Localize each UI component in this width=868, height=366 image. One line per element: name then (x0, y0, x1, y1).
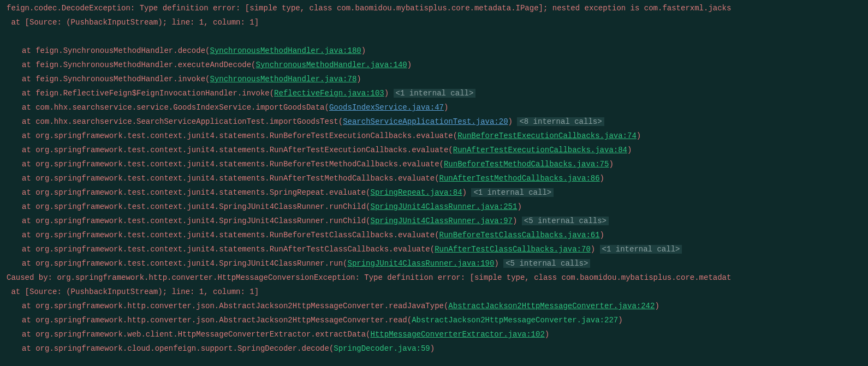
source-link[interactable]: ReflectiveFeign.java:103 (274, 89, 384, 98)
at-keyword: at (22, 174, 35, 183)
source-link[interactable]: SpringJUnit4ClassRunner.java:97 (371, 217, 513, 225)
internal-calls-badge[interactable]: <1 internal call> (471, 188, 554, 197)
close-paren: ) (494, 259, 498, 268)
at-keyword: at (22, 231, 35, 239)
internal-calls-badge[interactable]: <5 internal calls> (522, 217, 609, 225)
frame-content: at org.springframework.test.context.juni… (7, 131, 641, 140)
internal-calls-badge[interactable]: <5 internal calls> (503, 259, 590, 268)
at-keyword: at (22, 103, 35, 112)
at-keyword: at (22, 61, 35, 69)
source-link[interactable]: SearchServiceApplicationTest.java:20 (343, 117, 508, 126)
frame-content: at org.springframework.web.client.HttpMe… (7, 330, 549, 339)
exception-text: feign.codec.DecodeException: Type defini… (7, 4, 731, 13)
close-paren: ) (600, 231, 604, 239)
exception-line-2: at [Source: (PushbackInputStream); line:… (0, 15, 868, 29)
source-link[interactable]: RunBeforeTestClassCallbacks.java:61 (439, 231, 600, 239)
source-link[interactable]: SynchronousMethodHandler.java:140 (255, 61, 407, 69)
frame-method: org.springframework.http.converter.json.… (35, 302, 448, 310)
internal-calls-badge[interactable]: <1 internal call> (600, 245, 682, 254)
frame-content: at org.springframework.test.context.juni… (7, 160, 614, 169)
close-paren: ) (618, 316, 622, 325)
frame-content: at feign.SynchronousMethodHandler.execut… (7, 61, 412, 69)
at-keyword: at (22, 344, 35, 353)
stack-frame-line: at feign.SynchronousMethodHandler.invoke… (0, 72, 868, 86)
frame-method: org.springframework.test.context.junit4.… (35, 160, 444, 169)
at-keyword: at (22, 217, 35, 225)
at-keyword: at (22, 259, 35, 268)
source-link[interactable]: SpringRepeat.java:84 (371, 188, 462, 197)
caused-by-source: at [Source: (PushbackInputStream); line:… (7, 287, 259, 296)
internal-calls-badge[interactable]: <1 internal call> (394, 89, 476, 98)
exception-source: at [Source: (PushbackInputStream); line:… (7, 18, 259, 27)
frame-content: at com.hhx.searchservice.service.GoodsIn… (7, 103, 448, 112)
source-link[interactable]: RunBeforeTestExecutionCallbacks.java:74 (457, 131, 637, 140)
stack-frames: at feign.SynchronousMethodHandler.decode… (0, 44, 868, 271)
frame-method: org.springframework.test.context.junit4.… (35, 146, 453, 154)
caused-by-text: Caused by: org.springframework.http.conv… (7, 273, 731, 282)
frame-method: org.springframework.test.context.junit4.… (35, 174, 439, 183)
frame-method: com.hhx.searchservice.service.GoodsIndex… (35, 103, 329, 112)
source-link[interactable]: SynchronousMethodHandler.java:78 (210, 75, 356, 83)
source-link[interactable]: RunAfterTestClassCallbacks.java:70 (435, 245, 591, 254)
at-keyword: at (22, 117, 35, 126)
at-keyword: at (22, 75, 35, 83)
source-link[interactable]: GoodsIndexService.java:47 (329, 103, 444, 112)
stack-frame-line: at org.springframework.test.context.juni… (0, 242, 868, 256)
stack-frame-line: at com.hhx.searchservice.SearchServiceAp… (0, 115, 868, 129)
frame-content: at org.springframework.test.context.juni… (7, 174, 604, 183)
at-keyword: at (22, 160, 35, 169)
at-keyword: at (22, 330, 35, 339)
frame-content: at feign.ReflectiveFeign$FeignInvocation… (7, 89, 475, 98)
close-paren: ) (361, 46, 366, 55)
source-link[interactable]: HttpMessageConverterExtractor.java:102 (371, 330, 545, 339)
at-keyword: at (22, 46, 35, 55)
source-link[interactable]: AbstractJackson2HttpMessageConverter.jav… (448, 302, 655, 310)
source-link[interactable]: SpringJUnit4ClassRunner.java:190 (348, 259, 495, 268)
stack-frame-line: at com.hhx.searchservice.service.GoodsIn… (0, 100, 868, 115)
source-link[interactable]: RunAfterTestMethodCallbacks.java:86 (439, 174, 600, 183)
frame-content: at org.springframework.test.context.juni… (7, 188, 554, 197)
blank-line (0, 29, 868, 44)
at-keyword: at (22, 302, 35, 310)
at-keyword: at (22, 89, 35, 98)
frame-method: org.springframework.http.converter.json.… (35, 316, 412, 325)
close-paren: ) (430, 344, 435, 353)
stack-frame-line: at org.springframework.test.context.juni… (0, 185, 868, 200)
close-paren: ) (600, 174, 604, 183)
frame-content: at org.springframework.test.context.juni… (7, 217, 609, 225)
frame-content: at com.hhx.searchservice.SearchServiceAp… (7, 117, 604, 126)
close-paren: ) (637, 131, 641, 140)
close-paren: ) (517, 202, 521, 211)
exception-line-1: feign.codec.DecodeException: Type defini… (0, 1, 868, 15)
frame-method: org.springframework.test.context.junit4.… (35, 202, 370, 211)
frame-content: at org.springframework.http.converter.js… (7, 316, 623, 325)
frame-content: at org.springframework.test.context.juni… (7, 202, 522, 211)
close-paren: ) (655, 302, 659, 310)
close-paren: ) (513, 217, 517, 225)
source-link[interactable]: RunBeforeTestMethodCallbacks.java:75 (444, 160, 609, 169)
stack-frame-line: at org.springframework.web.client.HttpMe… (0, 327, 868, 341)
source-link[interactable]: SynchronousMethodHandler.java:180 (210, 46, 361, 55)
close-paren: ) (591, 245, 595, 254)
source-link: SpringDecoder.java:59 (334, 344, 430, 353)
source-link[interactable]: RunAfterTestExecutionCallbacks.java:84 (453, 146, 627, 154)
close-paren: ) (462, 188, 467, 197)
close-paren: ) (627, 146, 632, 154)
frame-content: at org.springframework.test.context.juni… (7, 146, 632, 154)
frame-method: org.springframework.cloud.openfeign.supp… (35, 344, 334, 353)
stack-frame-line: at org.springframework.test.context.juni… (0, 256, 868, 271)
stack-frame-line: at feign.SynchronousMethodHandler.decode… (0, 44, 868, 58)
source-link[interactable]: SpringJUnit4ClassRunner.java:251 (371, 202, 518, 211)
caused-by-line-1: Caused by: org.springframework.http.conv… (0, 271, 868, 285)
stack-frame-line: at org.springframework.test.context.juni… (0, 214, 868, 228)
at-keyword: at (22, 131, 35, 140)
frame-method: com.hhx.searchservice.SearchServiceAppli… (35, 117, 343, 126)
stack-frame-line: at org.springframework.http.converter.js… (0, 313, 868, 327)
close-paren: ) (545, 330, 549, 339)
frame-content: at org.springframework.test.context.juni… (7, 259, 590, 268)
internal-calls-badge[interactable]: <8 internal calls> (517, 117, 604, 126)
close-paren: ) (609, 160, 613, 169)
stack-frame-line: at org.springframework.test.context.juni… (0, 129, 868, 143)
frame-method: org.springframework.test.context.junit4.… (35, 245, 435, 254)
frame-method: org.springframework.test.context.junit4.… (35, 188, 370, 197)
